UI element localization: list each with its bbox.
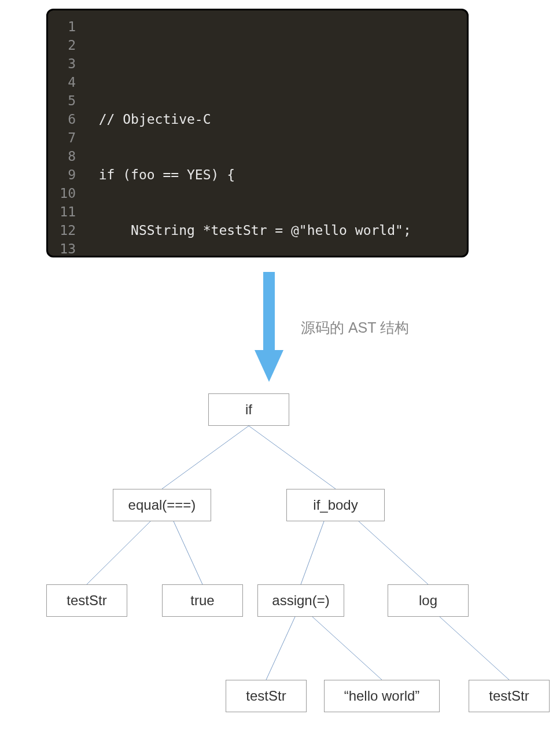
code-editor: 1 2 3 4 5 6 7 8 9 10 11 12 13 // Objecti… xyxy=(46,9,469,257)
ast-node-if-body: if_body xyxy=(286,489,385,521)
code-line: NSString *testStr = @"hello world"; xyxy=(83,221,467,240)
svg-line-3 xyxy=(249,426,336,489)
svg-line-4 xyxy=(87,521,150,584)
svg-line-7 xyxy=(359,521,428,584)
code-line xyxy=(83,54,467,73)
line-number: 7 xyxy=(48,128,76,147)
line-number: 3 xyxy=(48,54,76,73)
line-number: 12 xyxy=(48,221,76,240)
ast-node-if: if xyxy=(208,393,289,426)
ast-node-teststr: testStr xyxy=(226,680,307,712)
ast-node-equal: equal(===) xyxy=(113,489,211,521)
svg-line-10 xyxy=(440,617,509,680)
line-number: 13 xyxy=(48,240,76,257)
ast-node-hello-world: “hello world” xyxy=(324,680,440,712)
ast-node-log: log xyxy=(388,584,469,617)
line-number: 5 xyxy=(48,91,76,110)
ast-tree: if equal(===) if_body testStr true assig… xyxy=(0,393,560,729)
line-number: 6 xyxy=(48,110,76,128)
arrow-label: 源码的 AST 结构 xyxy=(301,318,409,337)
ast-node-assign: assign(=) xyxy=(257,584,344,617)
line-number: 11 xyxy=(48,203,76,221)
svg-line-9 xyxy=(312,617,382,680)
line-number: 4 xyxy=(48,73,76,91)
code-line: if (foo == YES) { xyxy=(83,165,467,184)
svg-line-8 xyxy=(266,617,295,680)
ast-node-teststr: testStr xyxy=(469,680,550,712)
code-line: // Objective-C xyxy=(83,110,467,128)
svg-line-6 xyxy=(301,521,324,584)
svg-line-5 xyxy=(174,521,202,584)
svg-marker-1 xyxy=(255,350,283,382)
svg-rect-0 xyxy=(263,272,275,353)
line-number: 2 xyxy=(48,36,76,54)
down-arrow-icon xyxy=(255,272,283,382)
line-number: 9 xyxy=(48,165,76,184)
ast-node-true: true xyxy=(162,584,243,617)
ast-node-teststr: testStr xyxy=(46,584,127,617)
svg-line-2 xyxy=(162,426,249,489)
line-number: 10 xyxy=(48,184,76,203)
tree-connectors xyxy=(0,393,560,729)
line-number: 1 xyxy=(48,17,76,36)
code-content: // Objective-C if (foo == YES) { NSStrin… xyxy=(83,10,467,256)
line-number: 8 xyxy=(48,147,76,165)
line-number-gutter: 1 2 3 4 5 6 7 8 9 10 11 12 13 xyxy=(48,10,83,256)
